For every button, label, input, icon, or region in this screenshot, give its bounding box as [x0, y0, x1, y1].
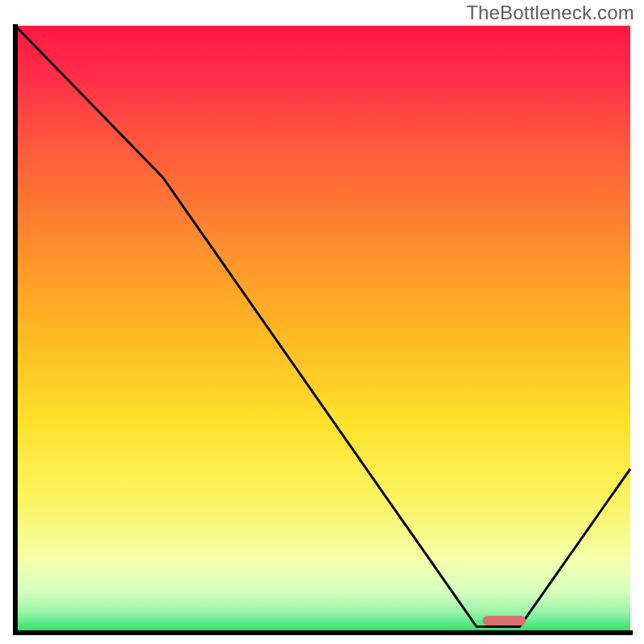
plot-area — [15, 26, 630, 633]
chart-frame: TheBottleneck.com — [0, 0, 644, 644]
bottleneck-chart — [12, 24, 634, 636]
watermark-text: TheBottleneck.com — [466, 2, 634, 24]
gradient-background — [15, 26, 630, 633]
optimal-marker — [483, 616, 526, 625]
